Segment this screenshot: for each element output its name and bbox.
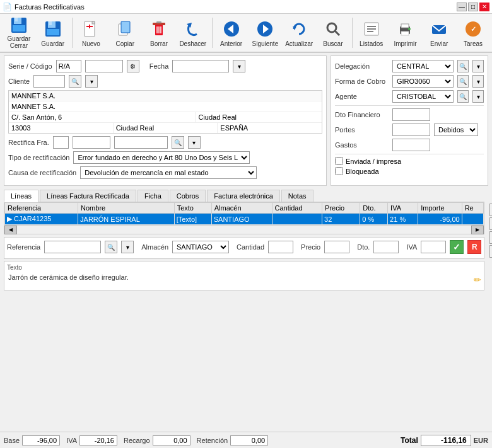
tab-factura-electronica[interactable]: Factura electrónica bbox=[207, 190, 280, 202]
iva-input[interactable]: 21 % bbox=[421, 241, 446, 253]
retencion-value: 0,00 bbox=[230, 435, 268, 445]
right-btn-4[interactable] bbox=[489, 245, 492, 258]
causa-select[interactable]: Devolución de mercancía en mal estado bbox=[80, 166, 257, 179]
imprimir-button[interactable]: Imprimir bbox=[389, 15, 422, 50]
table-scroll-area[interactable]: Referencia Nombre Texto Almacén Cantidad… bbox=[4, 202, 484, 225]
forma-cobro-row: Forma de Cobro GIRO3060 🔍 ▾ bbox=[335, 75, 484, 88]
scroll-right-btn[interactable]: ▶ bbox=[471, 226, 484, 234]
guardar-button[interactable]: Guardar bbox=[37, 15, 69, 50]
right-btn-3[interactable] bbox=[489, 231, 492, 244]
agente-dropdown-button[interactable]: ▾ bbox=[472, 90, 484, 103]
total-field: Total -116,16 EUR bbox=[401, 435, 488, 446]
buscar-label: Buscar bbox=[323, 40, 343, 47]
row-almacen: SANTIAGO bbox=[211, 214, 272, 225]
serie-label: Serie / Código bbox=[8, 62, 52, 70]
close-button[interactable]: ✕ bbox=[479, 3, 489, 11]
rectifica-serie-input[interactable]: A bbox=[53, 136, 69, 149]
cliente-id-input[interactable]: 14 bbox=[33, 75, 65, 88]
right-btn-2[interactable] bbox=[489, 217, 492, 230]
tab-lineas[interactable]: Líneas bbox=[4, 190, 38, 202]
guardar-cerrar-button[interactable]: GuardarCerrar bbox=[3, 15, 35, 50]
dto-financiero-label: Dto Financiero bbox=[335, 111, 389, 118]
lines-table: Referencia Nombre Texto Almacén Cantidad… bbox=[4, 202, 484, 225]
hscrollbar[interactable]: ◀ ▶ bbox=[4, 225, 484, 234]
fecha-label: Fecha bbox=[149, 62, 169, 70]
anterior-icon bbox=[221, 19, 242, 39]
forma-cobro-select[interactable]: GIRO3060 bbox=[392, 75, 454, 88]
validate-button[interactable]: ✓ bbox=[450, 240, 464, 254]
delegacion-search-button[interactable]: 🔍 bbox=[457, 60, 469, 72]
tareas-button[interactable]: ✓ Tareas bbox=[457, 15, 489, 50]
cantidad-input[interactable]: -3 bbox=[268, 241, 293, 253]
minimize-button[interactable]: — bbox=[457, 3, 467, 11]
rectifica-date-input[interactable]: 23/04/2019 bbox=[114, 136, 168, 149]
right-btn-1[interactable] bbox=[489, 204, 492, 216]
guardar-cerrar-label: GuardarCerrar bbox=[8, 35, 31, 49]
ref-input[interactable]: CJAR41235 bbox=[44, 241, 101, 253]
tipo-select[interactable]: Error fundado en derecho y Art 80 Uno Do… bbox=[73, 151, 250, 164]
edit-row-1: Referencia CJAR41235 🔍 ▾ Almacén SANTIAG… bbox=[7, 240, 481, 254]
tab-ficha[interactable]: Ficha bbox=[138, 190, 168, 202]
svg-rect-34 bbox=[401, 24, 409, 28]
r-button[interactable]: R bbox=[467, 240, 481, 254]
client-name2: MANNET S.A. bbox=[9, 101, 322, 112]
siguiente-button[interactable]: Siguiente bbox=[249, 15, 281, 50]
dto-financiero-input[interactable]: 0 % bbox=[392, 108, 430, 121]
table-container: Referencia Nombre Texto Almacén Cantidad… bbox=[4, 202, 484, 234]
tab-notas[interactable]: Notas bbox=[281, 190, 313, 202]
serie-input[interactable] bbox=[56, 60, 81, 72]
listados-button[interactable]: Listados bbox=[355, 15, 388, 50]
rectifica-search-button[interactable]: 🔍 bbox=[172, 136, 184, 149]
maximize-button[interactable]: □ bbox=[468, 3, 478, 11]
nuevo-button[interactable]: Nuevo bbox=[75, 15, 108, 50]
codigo-input[interactable]: 4 bbox=[85, 60, 123, 72]
svg-rect-2 bbox=[15, 18, 18, 21]
ref-search-button[interactable]: 🔍 bbox=[105, 241, 117, 253]
list-icon bbox=[361, 19, 382, 39]
total-value: -116,16 bbox=[421, 435, 471, 446]
copiar-button[interactable]: Copiar bbox=[108, 15, 141, 50]
delegacion-dropdown-button[interactable]: ▾ bbox=[472, 60, 484, 72]
dto-input[interactable]: 0 % bbox=[373, 241, 399, 253]
cliente-arrow-button[interactable]: ▾ bbox=[85, 75, 98, 88]
rectifica-num-input[interactable]: 60 bbox=[73, 136, 110, 149]
buscar-button[interactable]: Buscar bbox=[317, 15, 349, 50]
agente-select[interactable]: CRISTOBAL bbox=[392, 90, 454, 103]
rectifica-dropdown-button[interactable]: ▾ bbox=[188, 136, 201, 149]
bottom-edit-area: Referencia CJAR41235 🔍 ▾ Almacén SANTIAG… bbox=[4, 237, 484, 259]
enviar-button[interactable]: Enviar bbox=[423, 15, 455, 50]
col-header-referencia: Referencia bbox=[5, 203, 78, 214]
portes-input[interactable]: 0,00 bbox=[392, 123, 430, 136]
col-header-texto: Texto bbox=[174, 203, 211, 214]
gastos-input[interactable]: 0,00 bbox=[392, 139, 430, 151]
base-label: Base bbox=[4, 437, 20, 444]
deshacer-button[interactable]: Deshacer bbox=[177, 15, 209, 50]
anterior-button[interactable]: Anterior bbox=[215, 15, 248, 50]
delegacion-select[interactable]: CENTRAL bbox=[392, 60, 454, 72]
ref-dropdown-button[interactable]: ▾ bbox=[121, 241, 134, 253]
svg-text:✓: ✓ bbox=[471, 25, 476, 33]
bloqueada-checkbox[interactable] bbox=[335, 167, 343, 175]
address-row2: 13003 Ciudad Real ESPAÑA bbox=[9, 122, 322, 133]
agente-search-button[interactable]: 🔍 bbox=[457, 90, 469, 103]
fecha-input[interactable]: 01/05/2019 bbox=[172, 60, 229, 72]
portes-type-select[interactable]: Debidos bbox=[434, 123, 478, 136]
table-row[interactable]: ▶ CJAR41235 JARRÓN ESPIRAL [Texto] SANTI… bbox=[5, 214, 484, 225]
enviada-checkbox[interactable] bbox=[335, 157, 343, 165]
forma-cobro-dropdown-button[interactable]: ▾ bbox=[472, 75, 484, 88]
actualizar-label: Actualizar bbox=[285, 40, 313, 47]
row-iva: 21 % bbox=[388, 214, 418, 225]
borrar-button[interactable]: Borrar bbox=[143, 15, 175, 50]
tareas-label: Tareas bbox=[464, 40, 483, 47]
fecha-dropdown-button[interactable]: ▾ bbox=[233, 60, 245, 72]
cliente-search-button[interactable]: 🔍 bbox=[69, 75, 81, 88]
almacen-select[interactable]: SANTIAGO bbox=[172, 241, 229, 253]
forma-cobro-search-button[interactable]: 🔍 bbox=[457, 75, 469, 88]
tab-cobros[interactable]: Cobros bbox=[170, 190, 206, 202]
tab-lineas-rectificada[interactable]: Líneas Factura Rectificada bbox=[40, 190, 136, 202]
iva-label: IVA bbox=[66, 437, 77, 444]
precio-input[interactable]: 32 bbox=[324, 241, 349, 253]
actualizar-button[interactable]: Actualizar bbox=[283, 15, 315, 50]
serie-settings-button[interactable]: ⚙ bbox=[127, 60, 139, 72]
scroll-left-btn[interactable]: ◀ bbox=[4, 226, 17, 234]
